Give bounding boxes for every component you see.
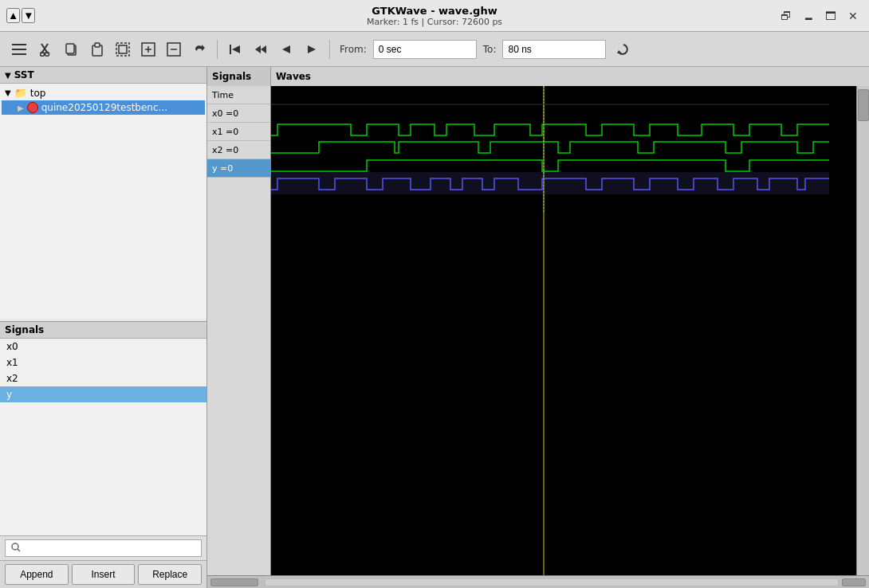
toolbar-separator-2: [329, 40, 330, 59]
scroll-track-horizontal: [265, 578, 839, 586]
minimize-button[interactable]: 🗕: [799, 6, 818, 25]
action-buttons: Append Insert Replace: [0, 560, 206, 588]
module-icon: [27, 102, 38, 113]
x2-waveform: [271, 160, 829, 171]
cut-button[interactable]: [35, 38, 57, 61]
from-label: From:: [340, 44, 367, 55]
tree-item-module[interactable]: ▶ quine20250129testbenc...: [2, 100, 205, 115]
search-input[interactable]: [5, 539, 202, 557]
scroll-thumb-vertical[interactable]: [858, 89, 869, 121]
first-button[interactable]: [224, 38, 246, 61]
main: ▼ SST ▼ 📁 top ▶ quine20250129testbenc...…: [0, 67, 869, 588]
folder-icon: 📁: [14, 87, 27, 99]
wave-row-x1-label: x1 =0: [212, 127, 238, 137]
from-input[interactable]: [373, 40, 477, 59]
wave-row-y-label: y =0: [212, 163, 233, 174]
titlebar: ▲ ▼ GTKWave - wave.ghw Marker: 1 fs | Cu…: [0, 0, 869, 32]
scroll-thumb-right[interactable]: [842, 578, 866, 586]
search-bar: [0, 535, 206, 560]
insert-button[interactable]: Insert: [72, 564, 136, 585]
x1-waveform: [271, 142, 829, 153]
next-button[interactable]: [301, 38, 323, 61]
tree-child-arrow: ▶: [18, 104, 24, 112]
zoom-fit-button[interactable]: [137, 38, 159, 61]
zoom-sel-button[interactable]: [163, 38, 185, 61]
svg-rect-0: [12, 44, 26, 45]
restore-button[interactable]: 🗗: [777, 6, 796, 25]
waves-col-header: Waves: [271, 67, 869, 86]
signal-label-y: y: [6, 389, 12, 400]
maximize-button[interactable]: 🗖: [821, 6, 840, 25]
waveform-svg: [271, 86, 856, 575]
to-label: To:: [483, 44, 497, 55]
waveform-area[interactable]: [271, 86, 856, 575]
sst-section: ▼ SST ▼ 📁 top ▶ quine20250129testbenc...: [0, 67, 206, 322]
prev-button[interactable]: [275, 38, 297, 61]
svg-rect-12: [119, 45, 127, 53]
wave-row-x0: x0 =0: [207, 104, 270, 123]
svg-marker-24: [617, 50, 622, 53]
undo-button[interactable]: [188, 38, 210, 61]
scroll-thumb-horizontal[interactable]: [210, 578, 258, 586]
wave-row-x2-label: x2 =0: [212, 145, 238, 155]
signal-item-x0[interactable]: x0: [0, 339, 206, 355]
svg-rect-8: [66, 44, 74, 53]
close-button[interactable]: ✕: [843, 6, 863, 25]
svg-rect-2: [12, 53, 26, 55]
svg-marker-20: [255, 45, 261, 53]
wave-row-y: y =0: [207, 159, 270, 178]
signal-item-x1[interactable]: x1: [0, 355, 206, 370]
wave-row-time: Time: [207, 86, 270, 104]
signal-label-x1: x1: [6, 357, 18, 368]
signals-list-header: Signals: [0, 322, 206, 339]
bottom-scrollbar: [207, 575, 869, 588]
wave-row-x1: x1 =0: [207, 123, 270, 141]
wave-row-x2: x2 =0: [207, 141, 270, 159]
signal-names-column: Time x0 =0 x1 =0 x2 =0 y =0: [207, 86, 271, 575]
title-arrows: ▲ ▼: [6, 8, 35, 23]
right-panel: Signals Waves Time x0 =0 x1 =0 x2 =0: [207, 67, 869, 588]
tree-item-label-module: quine20250129testbenc...: [41, 102, 167, 113]
app-title: GTKWave - wave.ghw: [367, 5, 502, 17]
left-panel: ▼ SST ▼ 📁 top ▶ quine20250129testbenc...…: [0, 67, 207, 588]
signal-label-x2: x2: [6, 373, 18, 384]
title-down-button[interactable]: ▼: [22, 8, 35, 23]
toolbar: From: To:: [0, 32, 869, 67]
signal-item-x2[interactable]: x2: [0, 370, 206, 386]
hamburger-button[interactable]: [6, 38, 32, 61]
sst-title: SST: [14, 69, 34, 80]
tree-item-top[interactable]: ▼ 📁 top: [2, 85, 205, 100]
copy-button[interactable]: [61, 38, 83, 61]
svg-marker-23: [308, 45, 316, 53]
toolbar-separator-1: [217, 40, 218, 59]
tree-expand-arrow: ▼: [5, 88, 11, 97]
select-all-button[interactable]: [112, 38, 134, 61]
waves-body: Time x0 =0 x1 =0 x2 =0 y =0: [207, 86, 869, 575]
append-button[interactable]: Append: [5, 564, 69, 585]
signals-list: x0 x1 x2 y: [0, 339, 206, 535]
sst-collapse-icon[interactable]: ▼: [5, 71, 11, 80]
right-scrollbar[interactable]: [856, 86, 869, 575]
prev-fast-button[interactable]: [250, 38, 272, 61]
signal-item-y[interactable]: y: [0, 386, 206, 402]
svg-marker-22: [282, 45, 290, 53]
x0-waveform: [271, 124, 829, 135]
tree-item-label-top: top: [30, 88, 46, 99]
window-controls: 🗗 🗕 🗖 ✕: [777, 6, 863, 25]
title-up-button[interactable]: ▲: [6, 8, 20, 23]
svg-point-5: [41, 52, 45, 56]
refresh-button[interactable]: [612, 38, 635, 61]
sst-tree: ▼ 📁 top ▶ quine20250129testbenc...: [0, 84, 206, 319]
to-input[interactable]: [502, 40, 606, 59]
svg-rect-10: [95, 43, 100, 47]
subtitle: Marker: 1 fs | Cursor: 72600 ps: [367, 17, 502, 27]
svg-marker-19: [232, 45, 240, 53]
replace-button[interactable]: Replace: [138, 564, 202, 585]
wave-row-x0-label: x0 =0: [212, 108, 238, 119]
waves-header: Signals Waves: [207, 67, 869, 86]
paste-button[interactable]: [86, 38, 108, 61]
sst-header: ▼ SST: [0, 67, 206, 84]
svg-rect-1: [12, 49, 26, 50]
svg-marker-21: [261, 45, 266, 53]
title-center: GTKWave - wave.ghw Marker: 1 fs | Cursor…: [367, 5, 502, 27]
